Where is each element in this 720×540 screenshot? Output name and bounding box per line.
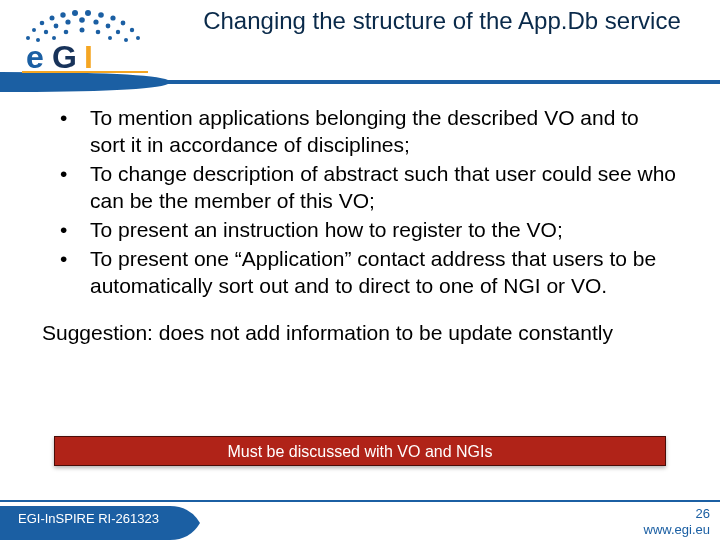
svg-point-14 [54,24,59,29]
svg-point-18 [106,24,111,29]
slide-title: Changing the structure of the App.Db ser… [176,6,708,36]
list-item: To present an instruction how to registe… [42,216,678,243]
svg-point-13 [44,30,48,34]
list-item: To present one “Application” contact add… [42,245,678,299]
svg-point-10 [130,28,134,32]
list-item: To change description of abstract such t… [42,160,678,214]
svg-point-6 [85,10,91,16]
svg-point-25 [108,36,112,40]
footer-url: www.egi.eu [644,522,710,537]
footer-rule [0,500,720,502]
bullet-list: To mention applications belonging the de… [42,104,678,299]
svg-point-15 [65,19,70,24]
svg-text:I: I [84,39,93,75]
content-body: To mention applications belonging the de… [42,104,678,346]
svg-point-3 [50,16,55,21]
svg-point-20 [124,38,128,42]
page-number: 26 [644,506,710,522]
svg-point-4 [60,12,65,17]
svg-point-1 [32,28,36,32]
footer: EGI-InSPIRE RI-261323 26 www.egi.eu [0,500,720,540]
svg-point-22 [64,30,69,35]
suggestion-text: Suggestion: does not add information to … [42,319,678,346]
svg-point-11 [136,36,140,40]
svg-point-24 [96,30,101,35]
svg-point-19 [116,30,120,34]
svg-point-23 [80,28,85,33]
svg-point-9 [121,21,126,26]
list-item: To mention applications belonging the de… [42,104,678,158]
svg-point-5 [72,10,78,16]
svg-point-7 [98,12,104,18]
svg-text:G: G [52,39,77,75]
footer-right: 26 www.egi.eu [644,506,710,538]
svg-point-17 [93,19,98,24]
slide: e G I Changing the structure of the App.… [0,0,720,540]
svg-point-16 [79,17,85,23]
egi-logo: e G I [8,8,166,80]
svg-point-2 [40,21,45,26]
svg-point-8 [110,15,115,20]
footer-left-text: EGI-InSPIRE RI-261323 [10,507,167,532]
discussion-banner: Must be discussed with VO and NGIs [54,436,666,466]
svg-text:e: e [26,39,44,75]
